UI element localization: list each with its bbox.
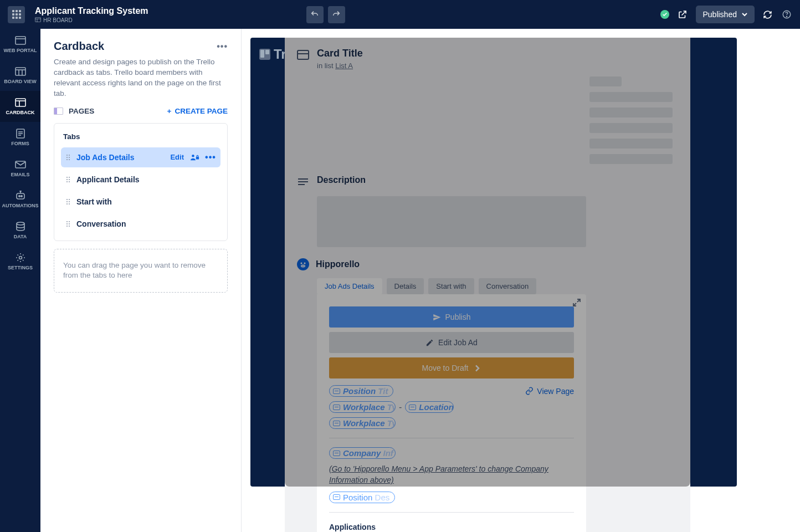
nav-label: DATA	[14, 234, 27, 239]
sidebar-more-button[interactable]: •••	[217, 42, 228, 52]
sidebar-description: Create and design pages to publish on th…	[54, 57, 228, 99]
tabs-header: Tabs	[61, 132, 220, 141]
svg-rect-0	[35, 17, 41, 22]
drag-handle-icon[interactable]	[66, 177, 70, 182]
pages-icon	[54, 108, 63, 115]
cardback-tab-details[interactable]: Details	[387, 278, 424, 294]
hipporello-section-header: Hipporello	[297, 258, 678, 270]
svg-point-24	[17, 222, 24, 225]
topbar: Applicant Tracking System HR BOARD Publi…	[0, 0, 800, 29]
app-title-block: Applicant Tracking System HR BOARD	[35, 6, 148, 23]
applications-section-title: Applications	[329, 523, 574, 531]
nav-board-view[interactable]: BOARD VIEW	[0, 60, 40, 91]
svg-point-20	[18, 195, 19, 196]
token-position-description[interactable]: Position Des	[329, 492, 395, 503]
publish-button[interactable]: Publish	[329, 306, 574, 328]
undo-button[interactable]	[306, 6, 324, 23]
divider	[329, 438, 574, 438]
card-sidebar-placeholders	[589, 76, 678, 164]
tab-label: Job Ads Details	[76, 153, 163, 162]
grid-icon	[12, 10, 21, 19]
nav-label: EMAILS	[11, 172, 29, 177]
skeleton	[589, 92, 673, 102]
cardback-tab-conversation[interactable]: Conversation	[479, 278, 537, 294]
skeleton	[589, 123, 673, 133]
separator: -	[399, 402, 402, 412]
create-page-button[interactable]: + CREATE PAGE	[167, 107, 228, 115]
skeleton	[589, 154, 673, 164]
token-location[interactable]: Location	[405, 401, 454, 413]
board-icon	[35, 17, 41, 23]
edit-job-ad-button[interactable]: Edit Job Ad	[329, 332, 574, 353]
svg-point-26	[192, 155, 194, 157]
drag-handle-icon[interactable]	[66, 155, 70, 160]
description-icon	[297, 176, 309, 188]
drag-handle-icon[interactable]	[66, 221, 70, 227]
pages-section-header: PAGES + CREATE PAGE	[54, 107, 228, 115]
permissions-icon[interactable]	[191, 153, 199, 162]
token-company-info[interactable]: Company Inf	[329, 447, 396, 459]
sidebar-content: PAGES + CREATE PAGE Tabs Job Ads Details…	[40, 107, 241, 532]
tab-edit-button[interactable]: Edit	[170, 153, 184, 161]
cardback-panel: Publish Edit Job Ad Move to Draft Positi…	[317, 294, 586, 532]
nav-label: AUTOMATIONS	[2, 203, 38, 208]
cardback-tab-start-with[interactable]: Start with	[428, 278, 474, 294]
trello-logo-icon	[259, 49, 270, 60]
nav-settings[interactable]: SETTINGS	[0, 246, 40, 277]
nav-forms[interactable]: FORMS	[0, 122, 40, 153]
redo-button[interactable]	[328, 6, 345, 23]
tab-more-button[interactable]: •••	[206, 153, 215, 162]
refresh-button[interactable]	[762, 9, 773, 20]
trello-preview-frame: Trello Card Title	[250, 38, 737, 487]
tab-item-start-with[interactable]: Start with	[61, 192, 220, 212]
token-position-title[interactable]: Position Tit	[329, 385, 393, 397]
svg-rect-28	[298, 50, 309, 59]
preview-scroll[interactable]: Trello Card Title	[242, 29, 800, 532]
nav-label: WEB PORTAL	[4, 48, 37, 53]
nav-data[interactable]: DATA	[0, 215, 40, 246]
save-status-ok-icon	[660, 10, 669, 19]
move-to-draft-button[interactable]: Move to Draft	[329, 357, 574, 378]
preview-pane: Trello Card Title	[242, 29, 800, 532]
robot-icon	[15, 191, 26, 200]
create-page-label: CREATE PAGE	[175, 107, 228, 115]
card-title: Card Title	[317, 48, 582, 59]
nav-web-portal[interactable]: WEB PORTAL	[0, 29, 40, 60]
tab-label: Start with	[76, 197, 215, 206]
svg-point-25	[19, 256, 22, 259]
gear-icon	[15, 253, 26, 262]
history-controls	[306, 6, 345, 23]
description-label: Description	[317, 175, 366, 185]
token-workplace-type[interactable]: Workplace Ty	[329, 401, 396, 413]
nav-automations[interactable]: AUTOMATIONS	[0, 184, 40, 215]
nav-cardback[interactable]: CARDBACK	[0, 91, 40, 122]
tab-item-applicant-details[interactable]: Applicant Details	[61, 170, 220, 190]
cardback-tab-job-ads[interactable]: Job Ads Details	[317, 278, 382, 294]
drag-handle-icon[interactable]	[66, 199, 70, 204]
remove-tab-dropzone[interactable]: You can drag the page you want to remove…	[54, 249, 228, 293]
card-list-line: in list List A	[317, 62, 582, 70]
tab-label: Conversation	[76, 219, 215, 228]
cardback-icon	[15, 98, 26, 107]
card-list-link[interactable]: List A	[335, 62, 353, 70]
help-button[interactable]	[781, 9, 792, 20]
skeleton	[589, 108, 673, 117]
tab-item-conversation[interactable]: Conversation	[61, 214, 220, 234]
app-switcher-button[interactable]	[8, 6, 25, 23]
svg-rect-27	[196, 157, 199, 159]
window-icon	[15, 35, 26, 45]
view-page-link[interactable]: View Page	[525, 387, 574, 396]
nav-emails[interactable]: EMAILS	[0, 153, 40, 184]
sidebar-title: Cardback	[54, 40, 104, 53]
chevron-down-icon	[741, 11, 748, 18]
nav-label: FORMS	[11, 141, 29, 146]
expand-panel-button[interactable]	[573, 299, 581, 309]
token-workplace-type[interactable]: Workplace Ty	[329, 417, 396, 429]
svg-point-35	[301, 265, 305, 268]
card-icon	[297, 49, 309, 61]
open-external-button[interactable]	[677, 9, 688, 20]
topbar-right: Published	[660, 6, 792, 23]
publish-status-dropdown[interactable]: Published	[696, 6, 755, 23]
tab-item-job-ads-details[interactable]: Job Ads Details Edit •••	[61, 147, 220, 167]
description-placeholder	[317, 196, 586, 247]
